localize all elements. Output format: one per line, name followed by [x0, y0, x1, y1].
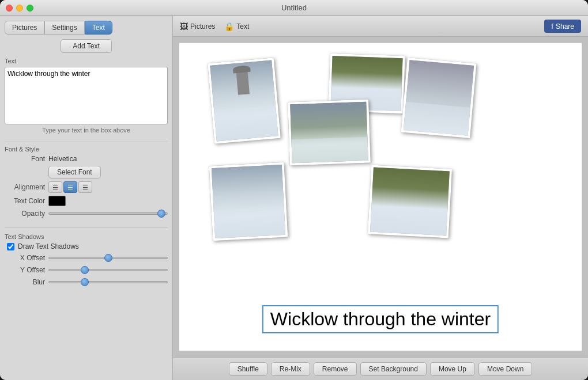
move-down-button[interactable]: Move Down: [478, 362, 532, 376]
alignment-row: Alignment ☰ ☰ ☰: [5, 181, 168, 193]
y-offset-thumb[interactable]: [81, 266, 89, 274]
shuffle-button[interactable]: Shuffle: [229, 362, 267, 376]
photo-4-content: [404, 60, 474, 135]
draw-shadows-row: Draw Text Shadows: [5, 242, 168, 250]
minimize-button[interactable]: [16, 5, 23, 12]
divider-2: [5, 227, 168, 227]
text-color-label: Text Color: [5, 197, 45, 205]
left-panel: Pictures Settings Text Add Text Text Wic…: [0, 16, 173, 380]
photo-1[interactable]: [208, 58, 281, 143]
maximize-button[interactable]: [27, 5, 33, 12]
x-offset-slider[interactable]: [48, 253, 168, 263]
text-section-label: Text: [5, 58, 168, 64]
toolbar-text-label: Text: [236, 22, 249, 31]
text-color-swatch[interactable]: [48, 196, 66, 206]
opacity-label: Opacity: [5, 210, 45, 218]
x-offset-row: X Offset: [5, 253, 168, 263]
text-color-row: Text Color: [5, 196, 168, 206]
blur-slider[interactable]: [48, 278, 168, 287]
shadow-section: Text Shadows Draw Text Shadows X Offset …: [5, 233, 168, 290]
y-offset-track: [48, 269, 168, 271]
blur-row: Blur: [5, 278, 168, 287]
font-label: Font: [5, 155, 45, 163]
share-button[interactable]: f Share: [544, 20, 581, 33]
align-center-button[interactable]: ☰: [63, 181, 77, 193]
x-offset-thumb[interactable]: [104, 254, 112, 262]
font-style-section: Font & Style Font Helvetica Select Font …: [5, 146, 168, 221]
photo-4[interactable]: [401, 58, 477, 138]
opacity-thumb[interactable]: [157, 210, 165, 218]
remix-button[interactable]: Re-Mix: [271, 362, 310, 376]
remove-button[interactable]: Remove: [314, 362, 357, 376]
lantern-shape: [236, 71, 249, 95]
close-button[interactable]: [6, 5, 13, 12]
photo-6-content: [370, 168, 450, 236]
shadows-label: Text Shadows: [5, 233, 168, 240]
tab-settings[interactable]: Settings: [44, 21, 84, 35]
window-title: Untitled: [281, 3, 307, 12]
y-offset-row: Y Offset: [5, 265, 168, 275]
app-window: Untitled Pictures Settings Text Add Text…: [0, 0, 588, 380]
opacity-track: [48, 212, 168, 215]
blur-label: Blur: [5, 278, 45, 286]
alignment-buttons: ☰ ☰ ☰: [48, 181, 92, 193]
x-offset-track: [48, 257, 168, 259]
titlebar: Untitled: [0, 0, 588, 16]
photo-6[interactable]: [368, 165, 452, 238]
window-content: Pictures Settings Text Add Text Text Wic…: [0, 16, 588, 380]
text-icon: 🔒: [224, 22, 234, 31]
align-left-button[interactable]: ☰: [48, 181, 62, 193]
x-offset-label: X Offset: [5, 254, 45, 262]
blur-thumb[interactable]: [81, 278, 89, 286]
select-font-row: Select Font: [5, 166, 168, 178]
text-overlay[interactable]: Wicklow through the winter: [262, 305, 499, 333]
opacity-slider[interactable]: [48, 209, 168, 218]
align-right-button[interactable]: ☰: [78, 181, 92, 193]
pictures-icon: 🖼: [180, 22, 188, 31]
draw-shadows-checkbox[interactable]: [7, 243, 14, 250]
toolbar-pictures[interactable]: 🖼 Pictures: [180, 22, 215, 31]
share-label: Share: [556, 22, 574, 31]
photo-5[interactable]: [209, 162, 288, 241]
toolbar-text[interactable]: 🔒 Text: [224, 22, 249, 31]
text-input[interactable]: Wicklow through the winter: [5, 67, 168, 124]
select-font-button[interactable]: Select Font: [48, 166, 101, 178]
photo-1-content: [210, 60, 278, 142]
canvas-area: Wicklow through the winter: [179, 43, 582, 351]
photo-5-content: [212, 165, 285, 238]
divider-1: [5, 142, 168, 142]
text-hint: Type your text in the box above: [5, 127, 168, 134]
photo-3-content: [290, 102, 368, 164]
y-offset-label: Y Offset: [5, 266, 45, 274]
tab-bar: Pictures Settings Text: [5, 21, 168, 35]
y-offset-slider[interactable]: [48, 265, 168, 275]
tab-pictures[interactable]: Pictures: [5, 21, 44, 35]
move-up-button[interactable]: Move Up: [430, 362, 475, 376]
alignment-label: Alignment: [5, 183, 45, 191]
right-toolbar: 🖼 Pictures 🔒 Text f Share: [173, 16, 588, 37]
photo-3[interactable]: [288, 100, 371, 166]
add-text-button[interactable]: Add Text: [61, 39, 111, 53]
blur-track: [48, 281, 168, 283]
tab-text[interactable]: Text: [85, 21, 112, 35]
traffic-lights: [6, 5, 33, 12]
bottom-toolbar: Shuffle Re-Mix Remove Set Background Mov…: [173, 357, 588, 380]
set-background-button[interactable]: Set Background: [360, 362, 427, 376]
facebook-icon: f: [551, 22, 553, 31]
draw-shadows-label: Draw Text Shadows: [18, 242, 79, 250]
font-row: Font Helvetica: [5, 155, 168, 163]
opacity-row: Opacity: [5, 209, 168, 218]
toolbar-pictures-label: Pictures: [190, 22, 215, 31]
font-style-label: Font & Style: [5, 146, 168, 153]
right-panel: 🖼 Pictures 🔒 Text f Share: [173, 16, 588, 380]
font-value: Helvetica: [48, 155, 77, 163]
